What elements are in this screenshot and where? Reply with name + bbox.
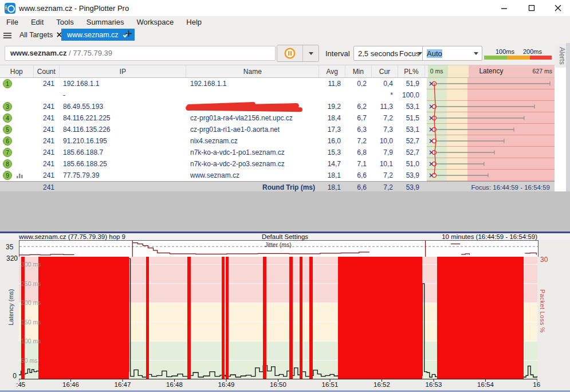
time-tick-label: 16:53 [426, 381, 442, 388]
alerts-side-tab[interactable]: Alerts [555, 44, 566, 68]
count-cell: 241 [33, 124, 59, 135]
pingplotter-logo-icon [5, 3, 15, 14]
menu-item-workspace[interactable]: Workspace [130, 16, 180, 29]
column-header-count[interactable]: Count [34, 65, 60, 77]
count-cell: 241 [33, 135, 59, 147]
grid-header-row: HopCountIPNameAvgMinCurPL%0 msLatency627… [0, 65, 555, 78]
latency-axis-title: Latency (ms) [7, 276, 14, 339]
hop-row-2[interactable]: -*100,0 [0, 89, 555, 101]
hop-row-7[interactable]: 7241185.66.188.7n7k-ko-a-vdc-1-po1.sezna… [0, 147, 555, 158]
tab-all-targets-label: All Targets [19, 31, 53, 39]
redaction-scribble [186, 103, 303, 111]
plus-icon [125, 30, 132, 37]
close-icon[interactable] [553, 3, 563, 13]
hop-row-1[interactable]: 1241192.168.1.1192.168.1.111,80,20,451,9 [0, 78, 555, 89]
latency-range-cell [427, 147, 555, 158]
cur-cell: 7,2 [371, 170, 398, 181]
column-header-hop[interactable]: Hop [0, 65, 34, 77]
time-tick-label: 16:51 [322, 381, 339, 388]
time-tick-label: 16:48 [166, 381, 183, 388]
hop-cell: 6 [0, 135, 33, 147]
pause-button[interactable] [277, 45, 303, 61]
minimize-icon[interactable] [500, 3, 509, 13]
menu-item-summaries[interactable]: Summaries [80, 16, 131, 29]
hop-cell: 1 [0, 78, 33, 89]
pause-dropdown-button[interactable] [303, 45, 319, 61]
column-header-name[interactable]: Name [186, 65, 319, 77]
chevron-down-icon [309, 52, 313, 55]
interval-value: 2,5 seconds [358, 49, 398, 58]
column-header-pl[interactable]: PL% [398, 65, 425, 77]
trace-grid: HopCountIPNameAvgMinCurPL%0 msLatency627… [0, 65, 555, 193]
cur-cell: 10,0 [371, 135, 398, 147]
svg-text:300 ms: 300 ms [21, 261, 41, 268]
hop-row-5[interactable]: 524184.116.135.226cz-prg01a-ri1-ae1-0.ao… [0, 124, 555, 135]
min-cell [345, 89, 371, 101]
hop-row-9[interactable]: 924177.75.79.39www.seznam.cz18,16,67,253… [0, 170, 555, 181]
time-tick-label: 16:54 [477, 381, 494, 388]
focus-value: Auto [427, 49, 442, 58]
name-cell: cz-prg01a-ri1-ae1-0.aorta.net [186, 124, 320, 135]
svg-text:150 ms: 150 ms [21, 319, 41, 326]
hop-cell: 5 [0, 124, 33, 135]
target-input[interactable]: www.seznam.cz / 77.75.79.39 [5, 46, 276, 61]
avg-cell: 19,2 [320, 101, 345, 112]
grid-body: 1241192.168.1.1192.168.1.111,80,20,451,9… [0, 78, 555, 181]
empty-pane [0, 191, 570, 232]
hop-row-4[interactable]: 424184.116.221.225cz-prg01a-ra4-vla2156.… [0, 112, 555, 124]
count-cell: 241 [33, 78, 59, 89]
latency-timeline-graph[interactable]: 300 ms250 ms200 ms150 ms100 ms50 ms [19, 257, 537, 382]
timeline-shown-icon [16, 172, 24, 179]
ip-cell: 77.75.79.39 [59, 170, 186, 181]
hop-row-6[interactable]: 624191.210.16.195nix4.seznam.cz16,07,210… [0, 135, 555, 147]
column-header-avg[interactable]: Avg [319, 65, 345, 77]
time-tick-label: 16:49 [218, 381, 235, 388]
tab-all-targets[interactable]: All Targets [14, 29, 68, 41]
avg-cell: 16,0 [320, 135, 345, 147]
hop-number-badge: 8 [3, 159, 12, 168]
target-host: www.seznam.cz [10, 49, 67, 57]
menu-item-tools[interactable]: Tools [50, 16, 80, 29]
column-header-latency[interactable]: 0 msLatency627 ms [428, 65, 555, 77]
hamburger-icon[interactable] [3, 33, 11, 38]
count-cell: 241 [33, 112, 59, 124]
hop-cell: 4 [0, 112, 33, 124]
hop-cell: 3 [0, 101, 33, 112]
avg-cell [320, 89, 345, 101]
new-tab-button[interactable] [125, 30, 132, 37]
latency-range-cell [427, 135, 555, 147]
time-axis: :4516:4616:4716:4816:4916:5016:5116:5216… [19, 381, 537, 390]
ip-cell: 84.116.135.226 [59, 124, 186, 135]
target-ip: / 77.75.79.39 [67, 49, 113, 57]
tab-www-seznam-cz[interactable]: www.seznam.cz [61, 29, 135, 41]
avg-cell: 18,4 [320, 112, 345, 124]
latency-scale-bar [484, 56, 552, 60]
latency-axis-min: 0 [1, 372, 17, 380]
svg-text:250 ms: 250 ms [21, 280, 41, 287]
column-header-cur[interactable]: Cur [372, 65, 399, 77]
menu-item-edit[interactable]: Edit [25, 16, 50, 29]
cur-cell: 11,3 [371, 101, 398, 112]
ip-cell: - [59, 89, 186, 101]
latency-range-cell [427, 170, 555, 181]
focus-label: Focus [399, 49, 419, 58]
menu-item-help[interactable]: Help [180, 16, 208, 29]
scale-100ms-label: 100ms [496, 48, 514, 55]
time-tick-label: 16:52 [374, 381, 390, 388]
column-header-ip[interactable]: IP [60, 65, 186, 77]
focus-select[interactable]: Auto [422, 46, 482, 61]
avg-cell: 11,8 [320, 78, 345, 89]
hop-row-8[interactable]: 8241185.66.188.25n7k-ko-a-vdc-2-po3.sezn… [0, 158, 555, 170]
column-header-min[interactable]: Min [345, 65, 372, 77]
hop-number-badge: 9 [3, 171, 12, 180]
min-cell: 7,1 [345, 158, 371, 170]
menu-item-file[interactable]: File [0, 16, 25, 29]
maximize-icon[interactable] [527, 3, 536, 13]
hop-row-3[interactable]: 324186.49.55.19319,26,211,353,1 [0, 101, 555, 112]
pingplotter-window: www.seznam.cz - PingPlotter Pro FileEdit… [0, 0, 570, 392]
ip-cell: 86.49.55.193 [59, 101, 186, 112]
cur-cell: * [371, 89, 398, 101]
avg-cell: 14,7 [320, 158, 345, 170]
logo-ring-icon [7, 5, 15, 13]
avg-cell: 15,3 [320, 147, 345, 158]
